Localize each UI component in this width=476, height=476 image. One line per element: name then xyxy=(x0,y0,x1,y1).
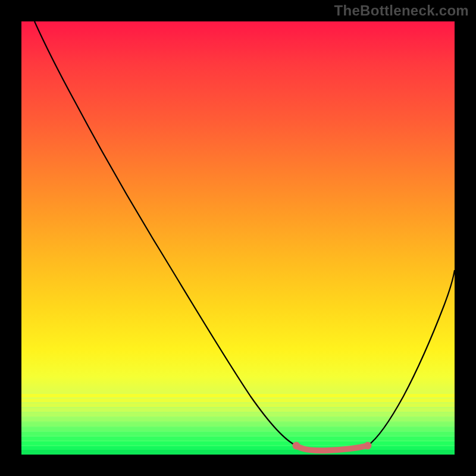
chart-frame: TheBottleneck.com xyxy=(0,0,476,476)
bottom-bands xyxy=(21,389,455,455)
band xyxy=(21,450,455,455)
band xyxy=(21,427,455,431)
chart-svg xyxy=(21,21,455,455)
band xyxy=(21,413,455,416)
band xyxy=(21,422,455,426)
band xyxy=(21,446,455,450)
curve-right xyxy=(368,270,455,446)
band xyxy=(21,441,455,445)
band xyxy=(21,408,455,412)
plot-area xyxy=(21,21,455,455)
band xyxy=(21,403,455,407)
curve-left xyxy=(35,21,296,446)
optimal-marker xyxy=(296,446,368,450)
band xyxy=(21,437,455,440)
marker-dot-right xyxy=(364,442,372,450)
band xyxy=(21,394,455,397)
band xyxy=(21,399,455,402)
watermark-text: TheBottleneck.com xyxy=(334,2,469,19)
band xyxy=(21,432,455,436)
band xyxy=(21,418,455,421)
marker-dot-left xyxy=(293,442,300,450)
